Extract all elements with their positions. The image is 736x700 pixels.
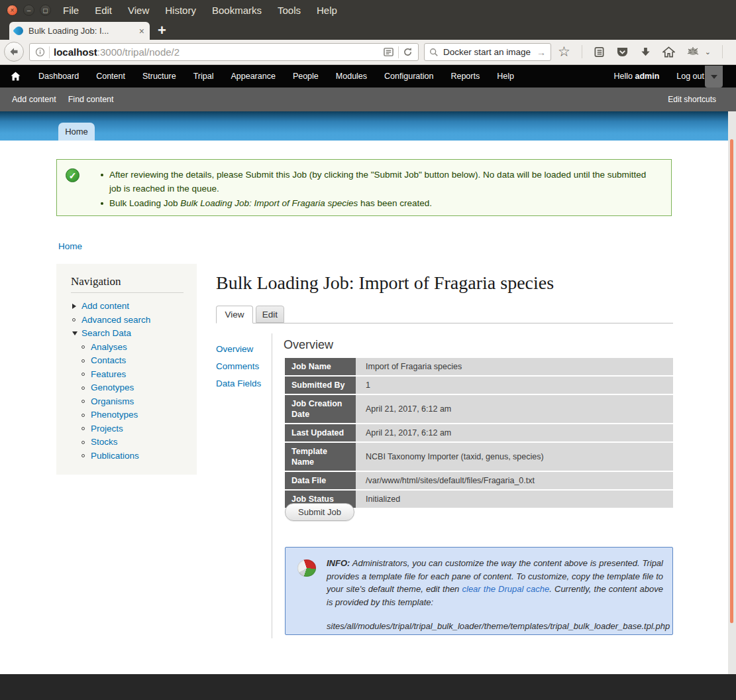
- admin-item-tripal[interactable]: Tripal: [185, 72, 223, 81]
- bookmark-star-icon[interactable]: ☆: [558, 45, 570, 58]
- drupal-home-icon[interactable]: [11, 72, 21, 81]
- sidebar-title: Navigation: [71, 275, 184, 288]
- status-item: After reviewing the details, please Subm…: [101, 168, 660, 196]
- admin-item-dashboard[interactable]: Dashboard: [30, 72, 87, 81]
- divider: [722, 45, 723, 58]
- bullet-icon: [101, 174, 103, 176]
- sidebar-item-add-content[interactable]: Add content: [72, 300, 197, 314]
- back-button[interactable]: [4, 42, 24, 62]
- pocket-icon[interactable]: [616, 46, 629, 58]
- home-tab[interactable]: Home: [58, 123, 95, 141]
- url-text[interactable]: localhost:3000/tripal/node/2: [54, 46, 383, 58]
- page-title: Bulk Loading Job: Import of Fragaria spe…: [216, 272, 554, 294]
- leaf-bullet-icon: [81, 359, 91, 363]
- menu-edit[interactable]: Edit: [95, 5, 112, 16]
- sidebar-item-publications[interactable]: Publications: [81, 449, 197, 463]
- window-maximize-button[interactable]: ◻: [40, 5, 51, 16]
- sidebar-item-phenotypes[interactable]: Phenotypes: [81, 408, 197, 422]
- scrollbar-thumb[interactable]: [730, 139, 733, 623]
- sidebar-item-projects[interactable]: Projects: [81, 422, 197, 436]
- browser-tab[interactable]: Bulk Loading Job: I... ×: [9, 22, 150, 40]
- site-info-icon[interactable]: [35, 47, 45, 57]
- expanded-arrow-icon[interactable]: [72, 331, 81, 335]
- menu-view[interactable]: View: [128, 5, 149, 16]
- tab-edit[interactable]: Edit: [256, 306, 284, 323]
- admin-item-structure[interactable]: Structure: [134, 72, 185, 81]
- info-box: INFO: Administrators, you can customize …: [285, 547, 673, 635]
- table-row: Data File/var/www/html/sites/default/fil…: [285, 472, 673, 489]
- search-input[interactable]: Docker start an image: [443, 47, 537, 57]
- admin-item-appearance[interactable]: Appearance: [222, 72, 284, 81]
- status-list: After reviewing the details, please Subm…: [101, 168, 660, 210]
- admin-item-content[interactable]: Content: [87, 72, 134, 81]
- home-icon[interactable]: [662, 46, 675, 58]
- reader-mode-icon[interactable]: [383, 47, 394, 57]
- bookmarks-panel-icon[interactable]: [594, 46, 605, 58]
- search-go-icon[interactable]: →: [537, 47, 546, 58]
- menu-file[interactable]: File: [63, 5, 79, 16]
- reload-icon[interactable]: [403, 47, 413, 57]
- admin-item-configuration[interactable]: Configuration: [376, 72, 442, 81]
- menu-help[interactable]: Help: [317, 5, 337, 16]
- table-row: Template NameNCBI Taxonomy Importer (tax…: [285, 443, 673, 471]
- shortcut-add-content[interactable]: Add content: [12, 95, 56, 104]
- site-header-banner: Home: [0, 111, 728, 141]
- sidebar-item-advanced-search[interactable]: Advanced search: [72, 314, 197, 327]
- subnav-overview-link[interactable]: Overview: [216, 344, 253, 354]
- leaf-bullet-icon: [81, 427, 91, 430]
- window-controls: × – ◻: [7, 5, 51, 16]
- sidebar-item-features[interactable]: Features: [81, 368, 197, 382]
- edit-shortcuts-link[interactable]: Edit shortcuts: [668, 95, 716, 104]
- search-bar[interactable]: Docker start an image →: [424, 43, 551, 61]
- logout-link[interactable]: Log out: [676, 72, 704, 81]
- breadcrumb: Home: [58, 241, 82, 251]
- table-row: Job Creation DateApril 21, 2017, 6:12 am: [285, 395, 673, 423]
- menu-tools[interactable]: Tools: [278, 5, 301, 16]
- shortcut-bar: Add content Find content Edit shortcuts: [0, 88, 736, 111]
- search-icon: [429, 48, 439, 57]
- job-title-emphasis: Bulk Loading Job: Import of Fragaria spe…: [180, 198, 358, 208]
- subnav-comments-link[interactable]: Comments: [216, 361, 259, 371]
- subnav-data-fields-link[interactable]: Data Fields: [216, 379, 261, 388]
- tab-close-icon[interactable]: ×: [139, 26, 144, 36]
- leaf-bullet-icon: [81, 441, 91, 444]
- sidebar-item-contacts[interactable]: Contacts: [81, 354, 197, 368]
- submit-job-button[interactable]: Submit Job: [285, 503, 354, 521]
- table-row: Last UpdatedApril 21, 2017, 6:12 am: [285, 424, 673, 441]
- divider: [71, 292, 184, 293]
- admin-item-help[interactable]: Help: [488, 72, 523, 81]
- admin-item-people[interactable]: People: [284, 72, 327, 81]
- drupal-admin-toolbar: Dashboard Content Structure Tripal Appea…: [0, 65, 736, 88]
- sidebar-item-genotypes[interactable]: Genotypes: [81, 381, 197, 395]
- sidebar-item-stocks[interactable]: Stocks: [81, 436, 197, 449]
- menu-history[interactable]: History: [165, 5, 196, 16]
- new-tab-button[interactable]: +: [158, 22, 166, 39]
- admin-item-reports[interactable]: Reports: [442, 72, 488, 81]
- leaf-bullet-icon: [72, 318, 81, 321]
- sidebar-item-organisms[interactable]: Organisms: [81, 395, 197, 409]
- downloads-icon[interactable]: [640, 46, 651, 58]
- admin-menu: Dashboard Content Structure Tripal Appea…: [30, 72, 523, 81]
- info-text: INFO: Administrators, you can customize …: [327, 557, 663, 609]
- breadcrumb-home-link[interactable]: Home: [58, 241, 82, 251]
- toolbar-icons: ☆ ⌄: [558, 42, 736, 62]
- url-bar[interactable]: localhost:3000/tripal/node/2: [29, 43, 419, 61]
- table-row: Submitted By1: [285, 377, 673, 394]
- collapsed-arrow-icon[interactable]: [72, 304, 81, 309]
- status-check-icon: ✓: [66, 168, 79, 182]
- shortcut-find-content[interactable]: Find content: [68, 95, 114, 104]
- sidebar-item-search-data[interactable]: Search Data: [72, 327, 197, 341]
- extension-icon[interactable]: [686, 46, 700, 57]
- tab-view[interactable]: View: [216, 306, 253, 323]
- menu-bookmarks[interactable]: Bookmarks: [212, 5, 262, 16]
- status-message-box: ✓ After reviewing the details, please Su…: [56, 159, 672, 216]
- admin-item-modules[interactable]: Modules: [327, 72, 376, 81]
- toolbar-toggle-button[interactable]: [705, 66, 723, 88]
- leaf-bullet-icon: [81, 345, 91, 349]
- sidebar-item-analyses[interactable]: Analyses: [81, 341, 197, 355]
- chevron-down-icon[interactable]: ⌄: [705, 48, 711, 56]
- window-close-button[interactable]: ×: [7, 5, 18, 16]
- browser-toolbar: localhost:3000/tripal/node/2 Docker star…: [0, 40, 736, 65]
- clear-cache-link[interactable]: clear the Drupal cache: [462, 584, 550, 594]
- window-minimize-button[interactable]: –: [23, 5, 34, 16]
